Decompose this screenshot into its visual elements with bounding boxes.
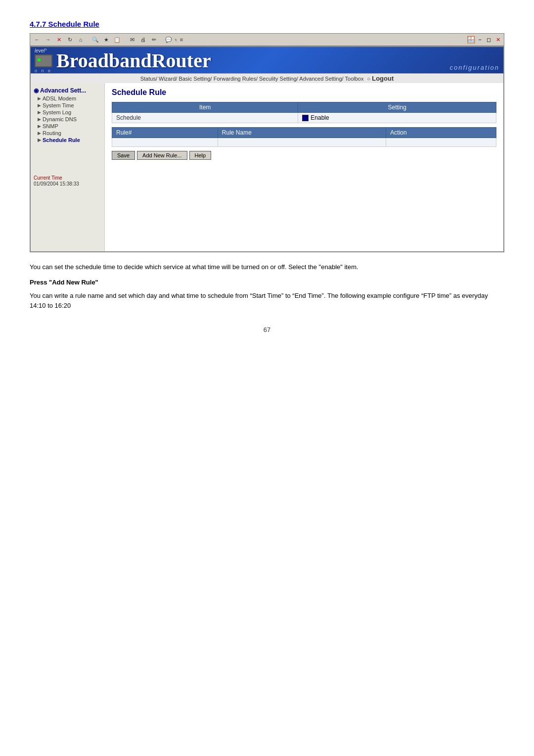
search-btn[interactable]: 🔍: [90, 35, 100, 45]
sidebar-item-snmp[interactable]: ▶ SNMP: [31, 123, 104, 130]
sidebar-item-routing[interactable]: ▶ Routing: [31, 130, 104, 137]
content-title: Schedule Rule: [112, 88, 496, 97]
desc-para1: You can set the schedule time to decide …: [30, 262, 504, 273]
rules-table: Rule# Rule Name Action: [112, 127, 496, 147]
sidebar-item-adsl-modem[interactable]: ▶ ADSL Modem: [31, 95, 104, 102]
arrow-icon: ▶: [38, 117, 41, 122]
nav-forwarding[interactable]: Forwarding Rules/: [214, 76, 258, 82]
discuss-btn[interactable]: 💬: [164, 35, 174, 45]
page-number: 67: [30, 326, 504, 333]
nav-advanced[interactable]: Advanced Setting/: [299, 76, 343, 82]
level-label: level°: [35, 48, 47, 53]
window-icon: 🪟: [467, 36, 475, 44]
config-text: configuration: [450, 64, 499, 73]
sidebar-item-label: SNMP: [43, 123, 58, 129]
schedule-label: Schedule: [112, 113, 298, 123]
sidebar: ◉ Advanced Sett... ▶ ADSL Modem ▶ System…: [31, 83, 105, 251]
schedule-settings-table: Item Setting Schedule Enable: [112, 102, 496, 123]
nav-basic[interactable]: Basic Setting/: [178, 76, 212, 82]
save-button[interactable]: Save: [112, 151, 135, 160]
router-header: level° o n e BroadbandRouter configurati…: [31, 47, 503, 73]
home-btn[interactable]: ⌂: [76, 35, 86, 45]
col-setting: Setting: [298, 102, 496, 113]
sidebar-item-label: System Log: [43, 109, 71, 115]
fwd-btn[interactable]: →: [43, 35, 53, 45]
logout-button[interactable]: Logout: [372, 75, 394, 82]
enable-cell: Enable: [298, 113, 496, 123]
nav-status[interactable]: Status/: [140, 76, 157, 82]
back-btn[interactable]: ←: [32, 35, 42, 45]
press-heading: Press "Add New Rule": [30, 278, 504, 288]
arrow-icon: ▶: [38, 138, 41, 142]
brand-left: level° o n e BroadbandRouter: [35, 48, 211, 73]
add-rule-strong: "Add New Rule": [49, 279, 98, 286]
router-body: ◉ Advanced Sett... ▶ ADSL Modem ▶ System…: [31, 83, 503, 251]
nav-security[interactable]: Seculity Setting/: [259, 76, 298, 82]
col-rule-name: Rule Name: [218, 128, 386, 138]
toolbar-buttons: ← → ✕ ↻ ⌂ 🔍 ★ 📋 ✉ 🖨 ✏ 💬 ▾ ≡: [32, 35, 186, 45]
router-device-icon: [35, 54, 52, 67]
button-row: Save Add New Rule... Help: [112, 151, 496, 160]
sidebar-item-system-time[interactable]: ▶ System Time: [31, 102, 104, 109]
sidebar-item-label: Schedule Rule: [43, 137, 80, 143]
enable-checkbox[interactable]: [302, 115, 309, 121]
sidebar-item-dynamic-dns[interactable]: ▶ Dynamic DNS: [31, 116, 104, 123]
history-btn[interactable]: 📋: [112, 35, 122, 45]
add-new-rule-button[interactable]: Add New Rule...: [137, 151, 187, 160]
favorites-btn[interactable]: ★: [101, 35, 111, 45]
stop-btn[interactable]: ✕: [54, 35, 64, 45]
sidebar-item-label: System Time: [43, 102, 74, 108]
desc-para2: You can write a rule name and set which …: [30, 291, 504, 312]
arrow-icon: ▶: [38, 110, 41, 115]
content-area: Schedule Rule Item Setting Schedule: [105, 83, 503, 251]
page-title: 4.7.7 Schedule Rule: [30, 20, 504, 28]
list-btn[interactable]: ≡: [177, 35, 186, 45]
sidebar-item-label: Routing: [43, 130, 61, 136]
radio-icon: ◉: [34, 87, 39, 94]
print-btn[interactable]: 🖨: [138, 35, 148, 45]
brand-row: level° o n e BroadbandRouter configurati…: [35, 48, 499, 73]
arrow-icon: ▶: [38, 96, 41, 101]
brand-text: BroadbandRouter: [56, 51, 211, 71]
toolbar-right: 🪟 − ◻ ✕: [467, 36, 502, 44]
col-item: Item: [112, 102, 298, 113]
close-btn[interactable]: ✕: [494, 37, 502, 43]
minimize-btn[interactable]: −: [477, 37, 483, 43]
router-window: level° o n e BroadbandRouter configurati…: [30, 46, 504, 252]
sidebar-item-system-log[interactable]: ▶ System Log: [31, 109, 104, 116]
col-action: Action: [386, 128, 496, 138]
description-section: You can set the schedule time to decide …: [30, 262, 504, 311]
current-time-value: 01/09/2004 15:38:33: [31, 181, 104, 187]
level-one-logo: level° o n e: [35, 48, 52, 73]
mail-btn[interactable]: ✉: [127, 35, 137, 45]
nav-wizard[interactable]: Wizard/: [159, 76, 177, 82]
rules-empty-row: [112, 138, 496, 147]
col-rule-num: Rule#: [112, 128, 218, 138]
nav-toolbox[interactable]: Toolbox: [345, 76, 364, 82]
enable-area: Enable: [302, 114, 492, 121]
nav-radio: ○: [367, 76, 371, 82]
sidebar-item-schedule-rule[interactable]: ▶ Schedule Rule: [31, 137, 104, 143]
help-button[interactable]: Help: [189, 151, 212, 160]
schedule-row: Schedule Enable: [112, 113, 496, 123]
arrow-icon: ▶: [38, 124, 41, 129]
sidebar-item-label: ADSL Modem: [43, 95, 76, 101]
advanced-label: Advanced Sett...: [40, 87, 86, 94]
refresh-btn[interactable]: ↻: [65, 35, 75, 45]
enable-text: Enable: [311, 114, 329, 121]
one-label: o n e: [35, 68, 52, 73]
arrow-icon: ▶: [38, 103, 41, 108]
sidebar-advanced-header[interactable]: ◉ Advanced Sett...: [31, 86, 104, 95]
browser-toolbar: ← → ✕ ↻ ⌂ 🔍 ★ 📋 ✉ 🖨 ✏ 💬 ▾ ≡ 🪟 − ◻ ✕: [30, 33, 504, 46]
arrow-icon: ▶: [38, 131, 41, 136]
restore-btn[interactable]: ◻: [485, 37, 492, 43]
current-time-label: Current Time: [31, 173, 104, 181]
sidebar-item-label: Dynamic DNS: [43, 116, 77, 122]
nav-bar: Status/ Wizard/ Basic Setting/ Forwardin…: [31, 73, 503, 83]
edit-btn[interactable]: ✏: [149, 35, 159, 45]
